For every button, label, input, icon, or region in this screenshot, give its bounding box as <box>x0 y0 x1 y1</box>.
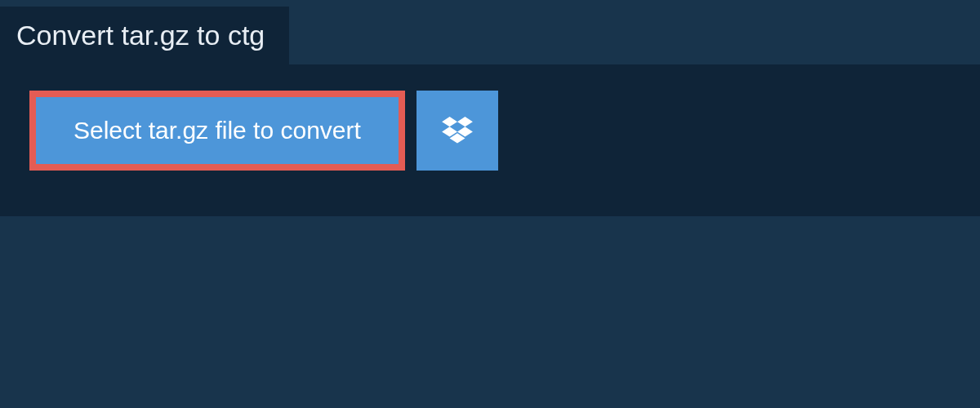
select-file-label: Select tar.gz file to convert <box>74 117 361 144</box>
main-panel: Select tar.gz file to convert <box>0 64 980 216</box>
select-file-button[interactable]: Select tar.gz file to convert <box>29 91 405 171</box>
tab-header: Convert tar.gz to ctg <box>0 7 289 64</box>
dropbox-icon <box>442 117 473 144</box>
dropbox-button[interactable] <box>416 91 498 171</box>
button-row: Select tar.gz file to convert <box>29 91 951 171</box>
page-title: Convert tar.gz to ctg <box>16 20 265 51</box>
